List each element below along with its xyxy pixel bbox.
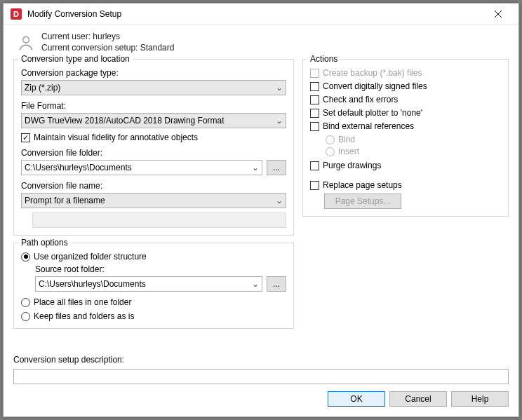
check-fix-checkbox[interactable] (310, 95, 319, 104)
conversion-filename-label: Conversion file name: (21, 181, 286, 191)
close-button[interactable] (483, 4, 513, 24)
actions-group: Actions Create backup (*.bak) files Conv… (302, 59, 509, 217)
bind-radio-label: Bind (338, 135, 355, 144)
package-type-select[interactable]: Zip (*.zip) ⌄ (21, 80, 286, 95)
user-avatar-icon (16, 33, 36, 53)
source-root-select[interactable]: C:\Users\hurleys\Documents ⌄ (35, 276, 262, 292)
user-info-row: Current user: hurleys Current conversion… (16, 32, 509, 53)
description-label: Conversion setup description: (13, 355, 509, 365)
current-setup-label: Current conversion setup: Standard (41, 43, 174, 54)
package-type-label: Conversion package type: (21, 68, 286, 78)
conversion-type-legend: Conversion type and location (18, 54, 133, 64)
actions-legend: Actions (307, 54, 340, 64)
path-options-group: Path options Use organized folder struct… (13, 243, 294, 329)
purge-label: Purge drawings (323, 161, 381, 170)
insert-radio-label: Insert (338, 147, 359, 156)
path-options-legend: Path options (18, 238, 71, 248)
conversion-type-group: Conversion type and location Conversion … (13, 59, 294, 236)
browse-folder-button[interactable]: ... (267, 160, 286, 175)
bind-radio (326, 135, 335, 144)
bind-external-label: Bind external references (323, 121, 414, 131)
help-button[interactable]: Help (451, 391, 509, 407)
file-format-label: File Format: (21, 101, 286, 111)
organized-folder-label: Use organized folder structure (34, 252, 147, 262)
convert-signed-label: Convert digitally signed files (323, 81, 427, 91)
conversion-filename-input (32, 212, 286, 228)
page-setups-button: Page Setups... (324, 194, 401, 209)
source-root-label: Source root folder: (35, 264, 286, 274)
browse-source-root-button[interactable]: ... (267, 276, 286, 292)
keep-as-is-label: Keep files and folders as is (34, 311, 134, 321)
current-user-label: Current user: hurleys (41, 32, 174, 43)
set-plotter-label: Set default plotter to 'none' (323, 108, 422, 118)
chevron-down-icon: ⌄ (276, 116, 283, 126)
close-icon (495, 11, 502, 18)
one-folder-radio[interactable] (21, 298, 30, 307)
maintain-fidelity-checkbox[interactable] (21, 133, 30, 142)
cancel-button[interactable]: Cancel (389, 391, 447, 407)
conversion-filename-select[interactable]: Prompt for a filename ⌄ (21, 193, 286, 208)
dialog-footer: OK Cancel Help (4, 384, 518, 416)
replace-page-setups-label: Replace page setups (323, 180, 402, 190)
create-backup-label: Create backup (*.bak) files (323, 68, 422, 78)
ok-button[interactable]: OK (328, 391, 385, 407)
conversion-folder-label: Conversion file folder: (21, 148, 286, 158)
convert-signed-checkbox[interactable] (310, 82, 319, 91)
replace-page-setups-checkbox[interactable] (310, 181, 319, 190)
check-fix-label: Check and fix errors (323, 95, 398, 104)
insert-radio (326, 147, 335, 156)
organized-folder-radio[interactable] (21, 252, 30, 262)
one-folder-label: Place all files in one folder (34, 297, 131, 307)
modify-conversion-setup-dialog: D Modify Conversion Setup Current user: … (3, 3, 519, 417)
titlebar: D Modify Conversion Setup (4, 4, 518, 25)
maintain-fidelity-label: Maintain visual fidelity for annotative … (34, 133, 198, 142)
svg-point-2 (23, 36, 29, 43)
create-backup-checkbox (310, 69, 319, 78)
description-input[interactable] (13, 369, 509, 384)
app-icon: D (11, 8, 22, 20)
file-format-select[interactable]: DWG TrueView 2018/AutoCAD 2018 Drawing F… (21, 113, 286, 128)
chevron-down-icon: ⌄ (276, 83, 283, 93)
keep-as-is-radio[interactable] (21, 312, 30, 321)
description-section: Conversion setup description: (13, 355, 509, 384)
bind-external-checkbox[interactable] (310, 122, 319, 131)
purge-checkbox[interactable] (310, 161, 319, 170)
conversion-folder-select[interactable]: C:\Users\hurleys\Documents ⌄ (21, 160, 262, 175)
chevron-down-icon: ⌄ (276, 196, 283, 205)
chevron-down-icon: ⌄ (252, 279, 259, 289)
window-title: Modify Conversion Setup (27, 9, 483, 19)
chevron-down-icon: ⌄ (252, 163, 259, 172)
set-plotter-checkbox[interactable] (310, 109, 319, 118)
